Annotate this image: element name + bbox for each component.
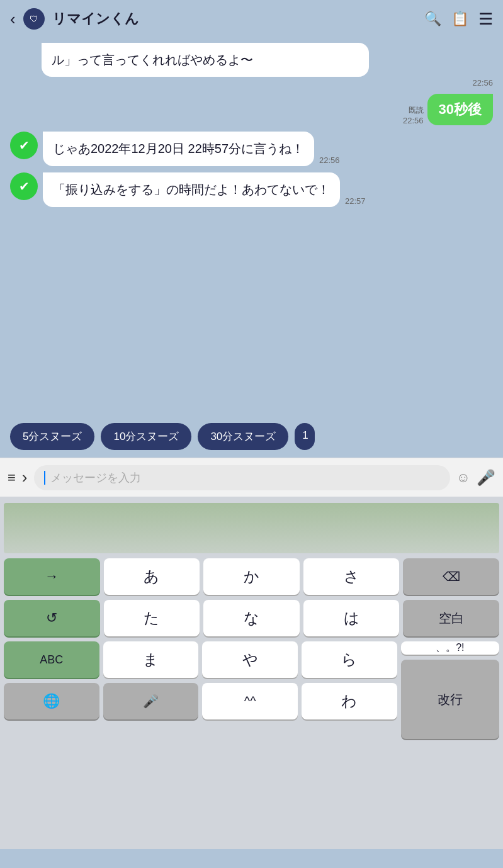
key-na[interactable]: な [203,600,300,636]
input-menu-icon[interactable]: ≡ [8,470,16,486]
message-input[interactable]: メッセージを入力 [34,465,450,490]
back-button[interactable]: ‹ [10,9,16,29]
keyboard-rows-3-4: ABC ま や ら 🌐 🎤 ^^ わ 、。?! 改行 [4,641,499,739]
key-ta[interactable]: た [104,600,200,636]
key-enter[interactable]: 改行 [401,660,499,739]
message-sent-1: 既読 22:56 30秒後 [10,94,493,125]
input-placeholder: メッセージを入力 [50,470,141,485]
avatar-1: ✔ [10,132,38,159]
emoji-icon[interactable]: ☺ [456,470,470,486]
key-undo[interactable]: ↺ [4,600,100,636]
key-ma[interactable]: ま [103,641,199,678]
key-mic-small[interactable]: 🎤 [103,683,199,719]
keyboard-right-col: 、。?! 改行 [401,641,499,739]
message-time-1: 22:56 [42,78,493,87]
keyboard-rows: → あ か さ ⌫ ↺ た な は 空白 ABC ま や ら [4,558,499,739]
message-time-2: 22:56 [319,155,340,165]
message-received-3: ✔ 「振り込みをする」の時間だよ！あわてないで！ 22:57 [10,172,493,207]
snooze-10min-button[interactable]: 10分スヌーズ [101,423,191,450]
key-ka[interactable]: か [203,558,300,595]
message-bubble-1: ル」って言ってくれればやめるよ〜 [42,43,369,77]
shield-icon: 🛡 [30,14,38,24]
message-received-1: ル」って言ってくれればやめるよ〜 22:56 [10,43,493,87]
key-abc[interactable]: ABC [4,641,99,678]
input-arrow-icon[interactable]: › [22,468,28,487]
menu-icon[interactable]: ☰ [478,9,493,29]
keyboard-row-2: ↺ た な は 空白 [4,600,499,636]
keyboard-left-cols: ABC ま や ら 🌐 🎤 ^^ わ [4,641,397,739]
key-a[interactable]: あ [104,558,200,595]
note-icon[interactable]: 📋 [451,11,468,27]
profile-icon: 🛡 [23,8,45,30]
avatar-2: ✔ [10,172,38,200]
check-icon: ✔ [19,138,30,153]
mic-icon[interactable]: 🎤 [477,469,495,487]
chat-area: ル」って言ってくれればやめるよ〜 22:56 既読 22:56 30秒後 ✔ じ… [0,38,503,415]
text-cursor [44,471,45,485]
search-icon[interactable]: 🔍 [424,11,441,27]
snooze-30min-button[interactable]: 30分スヌーズ [198,423,288,450]
chat-title: リマインくん [52,9,417,28]
snooze-more-button[interactable]: 1 [295,423,315,450]
message-meta-sent: 既読 22:56 [403,105,424,125]
keyboard: → あ か さ ⌫ ↺ た な は 空白 ABC ま や ら [0,497,503,849]
header: ‹ 🛡 リマインくん 🔍 📋 ☰ [0,0,503,38]
snooze-5min-button[interactable]: 5分スヌーズ [10,423,94,450]
key-wa-row[interactable]: ^^ [202,683,298,719]
check-icon-2: ✔ [19,179,30,194]
keyboard-row-4: 🌐 🎤 ^^ わ [4,683,397,719]
key-sa[interactable]: さ [303,558,400,595]
key-wa[interactable]: わ [302,683,397,719]
keyboard-row-1: → あ か さ ⌫ [4,558,499,595]
key-ha[interactable]: は [303,600,400,636]
key-punct[interactable]: 、。?! [401,641,499,655]
snooze-row: 5分スヌーズ 10分スヌーズ 30分スヌーズ 1 [0,415,503,458]
message-bubble-3: 「振り込みをする」の時間だよ！あわてないで！ [43,172,340,207]
message-content-3: 「振り込みをする」の時間だよ！あわてないで！ [43,172,340,207]
message-bubble-sent: 30秒後 [427,94,493,125]
key-space[interactable]: 空白 [403,600,499,636]
key-backspace[interactable]: ⌫ [403,558,499,595]
input-bar: ≡ › メッセージを入力 ☺ 🎤 [0,458,503,497]
key-ya[interactable]: や [202,641,298,678]
key-globe[interactable]: 🌐 [4,683,99,719]
keyboard-row-3: ABC ま や ら [4,641,397,678]
message-bubble-2: じゃあ2022年12月20日 22時57分に言うね！ [43,132,314,166]
header-actions: 🔍 📋 ☰ [424,9,493,29]
message-time-3: 22:57 [345,196,366,206]
message-received-2: ✔ じゃあ2022年12月20日 22時57分に言うね！ 22:56 [10,132,493,166]
keyboard-suggestions [4,503,499,553]
read-receipt: 既読 22:56 [403,105,424,125]
key-arrow[interactable]: → [4,558,100,595]
message-content-2: じゃあ2022年12月20日 22時57分に言うね！ [43,132,314,166]
key-ra[interactable]: ら [302,641,397,678]
